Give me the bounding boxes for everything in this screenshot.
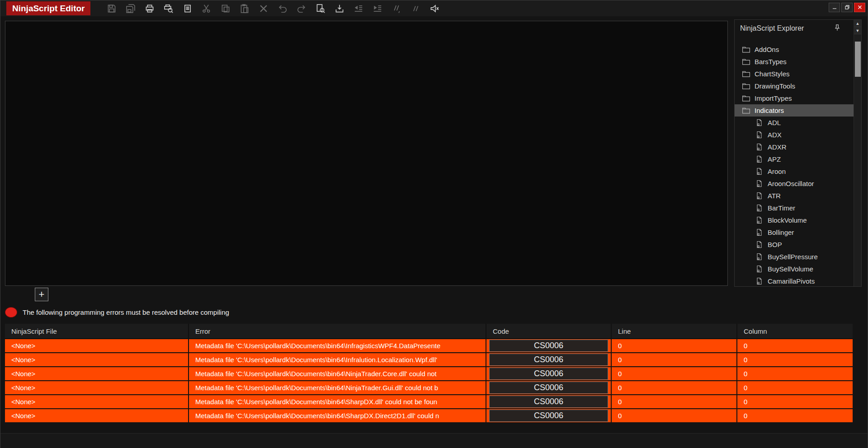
tree-folder-label: ChartStyles [755,70,790,78]
cut-icon[interactable] [199,1,213,15]
error-row[interactable]: <None>Metadata file 'C:\Users\pollardk\D… [5,409,853,422]
add-tab-button[interactable]: + [35,288,48,301]
error-indicator-icon [5,307,17,317]
error-message-cell: Metadata file 'C:\Users\pollardk\Documen… [189,395,486,408]
minimize-button[interactable] [829,3,840,12]
ninjascript-explorer-panel: NinjaScript Explorer AddOnsBarsTypesChar… [734,19,862,287]
script-file-icon [755,241,764,248]
error-row[interactable]: <None>Metadata file 'C:\Users\pollardk\D… [5,339,853,352]
redo-icon[interactable] [294,1,308,15]
comment-icon[interactable] [389,1,403,15]
error-code-badge: CS0006 [489,410,608,422]
error-table-body: <None>Metadata file 'C:\Users\pollardk\D… [5,339,853,422]
uncomment-icon[interactable] [408,1,422,15]
ninjascript-editor-window: NinjaScript Editor + NinjaScript Explore… [0,0,868,448]
scroll-up-button[interactable]: ▲ [854,20,861,27]
explorer-scrollbar[interactable]: ▲ ▼ [854,20,861,286]
delete-icon[interactable] [256,1,270,15]
column-header-line[interactable]: Line [612,324,736,338]
tree-file-bartimer[interactable]: BarTimer [735,202,854,214]
copy-icon[interactable] [218,1,232,15]
error-column-cell: 0 [737,353,853,366]
indent-icon[interactable] [370,1,384,15]
tree-file-aroon[interactable]: Aroon [735,165,854,177]
tree-folder-indicators[interactable]: Indicators [735,104,854,117]
error-line-cell: 0 [612,381,736,394]
find-icon[interactable] [313,1,327,15]
error-table-header: NinjaScript FileErrorCodeLineColumn [5,324,853,338]
scroll-down-button[interactable]: ▼ [854,27,861,34]
error-row[interactable]: <None>Metadata file 'C:\Users\pollardk\D… [5,395,853,408]
print-preview-icon[interactable] [161,1,175,15]
tree-folder-barstypes[interactable]: BarsTypes [735,56,854,68]
folder-icon [742,46,750,53]
tree-file-adxr[interactable]: ADXR [735,141,854,153]
restore-icon [844,4,850,12]
tree-file-label: CamarillaPivots [768,277,815,285]
error-row[interactable]: <None>Metadata file 'C:\Users\pollardk\D… [5,367,853,380]
error-row[interactable]: <None>Metadata file 'C:\Users\pollardk\D… [5,381,853,394]
error-column-cell: 0 [737,395,853,408]
tree-file-label: ADXR [768,143,787,151]
error-column-cell: 0 [737,339,853,352]
column-header-code[interactable]: Code [486,324,611,338]
folder-icon [742,82,750,90]
column-header-error[interactable]: Error [189,324,486,338]
error-row[interactable]: <None>Metadata file 'C:\Users\pollardk\D… [5,353,853,366]
error-line-cell: 0 [612,339,736,352]
column-header-ninjascript-file[interactable]: NinjaScript File [5,324,188,338]
tree-file-adl[interactable]: ADL [735,117,854,129]
code-editor[interactable] [5,21,728,286]
speaker-mute-icon[interactable] [427,1,441,15]
error-code-cell: CS0006 [486,381,611,394]
error-line-cell: 0 [612,395,736,408]
script-file-icon [755,204,764,212]
tree-file-buysellpressure[interactable]: BuySellPressure [735,251,854,263]
save-all-icon[interactable] [123,1,137,15]
tree-folder-importtypes[interactable]: ImportTypes [735,92,854,104]
tree-file-label: Bollinger [768,229,794,236]
tree-file-camarillapivots[interactable]: CamarillaPivots [735,275,854,286]
window-controls [829,3,865,12]
error-code-cell: CS0006 [486,409,611,422]
error-column-cell: 0 [737,367,853,380]
import-icon[interactable] [332,1,346,15]
error-message-cell: Metadata file 'C:\Users\pollardk\Documen… [189,367,486,380]
pin-icon[interactable] [833,23,842,33]
column-header-column[interactable]: Column [737,324,853,338]
paste-icon[interactable] [237,1,251,15]
error-column-cell: 0 [737,409,853,422]
tree-file-aroonoscillator[interactable]: AroonOscillator [735,177,854,190]
minimize-icon [832,4,837,12]
print-icon[interactable] [142,1,156,15]
tree-file-blockvolume[interactable]: BlockVolume [735,214,854,226]
restore-button[interactable] [841,3,853,12]
tree-file-label: Aroon [768,168,786,175]
tree-file-bop[interactable]: BOP [735,238,854,251]
error-table: NinjaScript FileErrorCodeLineColumn <Non… [5,324,853,422]
outdent-icon[interactable] [351,1,365,15]
error-column-cell: 0 [737,381,853,394]
tree-folder-addons[interactable]: AddOns [735,43,854,56]
save-icon[interactable] [104,1,118,15]
error-code-cell: CS0006 [486,367,611,380]
error-banner-text: The following programming errors must be… [23,308,229,316]
tree-file-label: BarTimer [768,204,795,212]
error-code-badge: CS0006 [489,396,608,408]
folder-icon [742,70,750,78]
tree-file-buysellvolume[interactable]: BuySellVolume [735,263,854,275]
close-button[interactable] [854,3,865,12]
tree-folder-chartstyles[interactable]: ChartStyles [735,68,854,80]
explorer-header: NinjaScript Explorer [735,20,861,37]
error-file-cell: <None> [5,353,188,366]
undo-icon[interactable] [275,1,289,15]
scrollbar-thumb[interactable] [855,42,861,77]
toolbar [104,1,441,15]
tree-file-bollinger[interactable]: Bollinger [735,226,854,238]
document-icon[interactable] [180,1,194,15]
tree-folder-drawingtools[interactable]: DrawingTools [735,80,854,92]
tree-file-adx[interactable]: ADX [735,129,854,141]
tree-file-atr[interactable]: ATR [735,190,854,202]
error-message-cell: Metadata file 'C:\Users\pollardk\Documen… [189,339,486,352]
tree-file-apz[interactable]: APZ [735,153,854,165]
